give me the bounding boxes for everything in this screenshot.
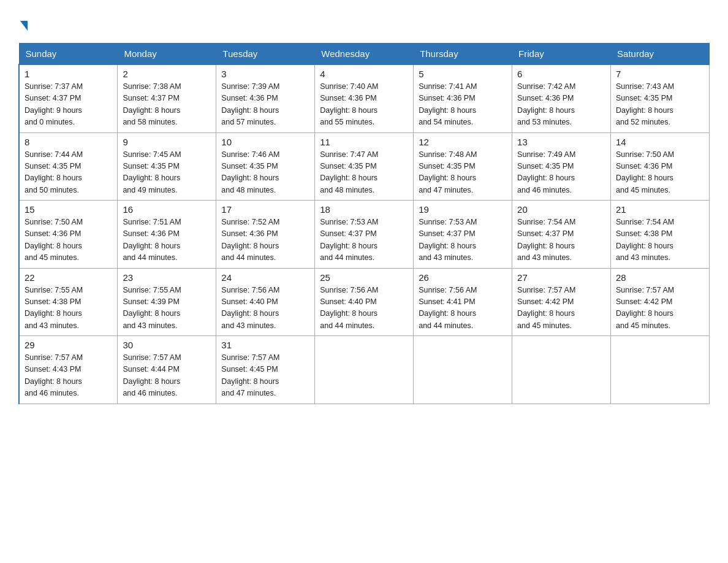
day-info-text: Sunrise: 7:40 AMSunset: 4:36 PMDaylight:… [320, 81, 408, 129]
col-header-wednesday: Wednesday [315, 44, 414, 65]
calendar-cell: 19Sunrise: 7:53 AMSunset: 4:37 PMDayligh… [414, 201, 512, 269]
calendar-cell: 4Sunrise: 7:40 AMSunset: 4:36 PMDaylight… [315, 64, 414, 132]
day-number: 13 [517, 137, 605, 147]
day-info-text: Sunrise: 7:54 AMSunset: 4:38 PMDaylight:… [616, 216, 704, 264]
calendar-cell [414, 336, 512, 404]
calendar-cell: 29Sunrise: 7:57 AMSunset: 4:43 PMDayligh… [19, 336, 118, 404]
day-info-text: Sunrise: 7:56 AMSunset: 4:40 PMDaylight:… [320, 285, 408, 332]
day-info-text: Sunrise: 7:47 AMSunset: 4:35 PMDaylight:… [320, 149, 408, 197]
day-info-text: Sunrise: 7:56 AMSunset: 4:41 PMDaylight:… [419, 285, 507, 332]
calendar-header: SundayMondayTuesdayWednesdayThursdayFrid… [19, 44, 710, 65]
day-number: 15 [25, 204, 112, 215]
calendar-cell: 17Sunrise: 7:52 AMSunset: 4:36 PMDayligh… [216, 201, 315, 269]
calendar-table: SundayMondayTuesdayWednesdayThursdayFrid… [18, 43, 710, 404]
calendar-cell: 20Sunrise: 7:54 AMSunset: 4:37 PMDayligh… [512, 201, 611, 269]
calendar-cell: 13Sunrise: 7:49 AMSunset: 4:35 PMDayligh… [512, 132, 611, 201]
day-info-text: Sunrise: 7:51 AMSunset: 4:36 PMDaylight:… [123, 216, 211, 264]
day-number: 22 [25, 272, 112, 283]
calendar-cell: 2Sunrise: 7:38 AMSunset: 4:37 PMDaylight… [118, 64, 216, 132]
day-number: 8 [25, 137, 112, 147]
day-info-text: Sunrise: 7:55 AMSunset: 4:39 PMDaylight:… [123, 285, 211, 332]
day-number: 27 [517, 272, 605, 283]
calendar-cell: 14Sunrise: 7:50 AMSunset: 4:36 PMDayligh… [611, 132, 710, 201]
day-info-text: Sunrise: 7:42 AMSunset: 4:36 PMDaylight:… [517, 81, 605, 129]
day-number: 24 [221, 272, 309, 283]
day-info-text: Sunrise: 7:52 AMSunset: 4:36 PMDaylight:… [221, 216, 309, 264]
day-info-text: Sunrise: 7:49 AMSunset: 4:35 PMDaylight:… [517, 149, 605, 197]
day-info-text: Sunrise: 7:37 AMSunset: 4:37 PMDaylight:… [25, 81, 112, 129]
calendar-cell: 16Sunrise: 7:51 AMSunset: 4:36 PMDayligh… [118, 201, 216, 269]
col-header-sunday: Sunday [19, 44, 118, 65]
day-number: 16 [123, 204, 211, 215]
calendar-week-row: 22Sunrise: 7:55 AMSunset: 4:38 PMDayligh… [19, 268, 710, 336]
day-number: 5 [419, 69, 507, 79]
day-info-text: Sunrise: 7:55 AMSunset: 4:38 PMDaylight:… [25, 285, 112, 332]
calendar-cell: 26Sunrise: 7:56 AMSunset: 4:41 PMDayligh… [414, 268, 512, 336]
calendar-cell: 30Sunrise: 7:57 AMSunset: 4:44 PMDayligh… [118, 336, 216, 404]
day-number: 18 [320, 204, 408, 215]
day-info-text: Sunrise: 7:57 AMSunset: 4:44 PMDaylight:… [123, 352, 211, 400]
day-info-text: Sunrise: 7:48 AMSunset: 4:35 PMDaylight:… [419, 149, 507, 197]
day-number: 1 [25, 69, 112, 79]
day-info-text: Sunrise: 7:56 AMSunset: 4:40 PMDaylight:… [221, 285, 309, 332]
day-number: 29 [25, 340, 112, 350]
day-number: 17 [221, 204, 309, 215]
day-number: 12 [419, 137, 507, 147]
day-info-text: Sunrise: 7:53 AMSunset: 4:37 PMDaylight:… [419, 216, 507, 264]
calendar-cell: 24Sunrise: 7:56 AMSunset: 4:40 PMDayligh… [216, 268, 315, 336]
calendar-week-row: 15Sunrise: 7:50 AMSunset: 4:36 PMDayligh… [19, 201, 710, 269]
col-header-tuesday: Tuesday [216, 44, 315, 65]
calendar-week-row: 8Sunrise: 7:44 AMSunset: 4:35 PMDaylight… [19, 132, 710, 201]
calendar-cell: 25Sunrise: 7:56 AMSunset: 4:40 PMDayligh… [315, 268, 414, 336]
day-number: 10 [221, 137, 309, 147]
day-number: 14 [616, 137, 704, 147]
day-info-text: Sunrise: 7:50 AMSunset: 4:36 PMDaylight:… [25, 216, 112, 264]
day-number: 19 [419, 204, 507, 215]
calendar-cell: 12Sunrise: 7:48 AMSunset: 4:35 PMDayligh… [414, 132, 512, 201]
day-info-text: Sunrise: 7:57 AMSunset: 4:42 PMDaylight:… [616, 285, 704, 332]
day-number: 9 [123, 137, 211, 147]
day-info-text: Sunrise: 7:57 AMSunset: 4:42 PMDaylight:… [517, 285, 605, 332]
col-header-friday: Friday [512, 44, 611, 65]
day-number: 25 [320, 272, 408, 283]
day-number: 11 [320, 137, 408, 147]
calendar-cell [315, 336, 414, 404]
calendar-cell: 15Sunrise: 7:50 AMSunset: 4:36 PMDayligh… [19, 201, 118, 269]
calendar-cell: 3Sunrise: 7:39 AMSunset: 4:36 PMDaylight… [216, 64, 315, 132]
calendar-cell: 5Sunrise: 7:41 AMSunset: 4:36 PMDaylight… [414, 64, 512, 132]
day-number: 30 [123, 340, 211, 350]
calendar-cell: 27Sunrise: 7:57 AMSunset: 4:42 PMDayligh… [512, 268, 611, 336]
calendar-cell: 7Sunrise: 7:43 AMSunset: 4:35 PMDaylight… [611, 64, 710, 132]
calendar-cell: 28Sunrise: 7:57 AMSunset: 4:42 PMDayligh… [611, 268, 710, 336]
day-number: 7 [616, 69, 704, 79]
day-info-text: Sunrise: 7:38 AMSunset: 4:37 PMDaylight:… [123, 81, 211, 129]
day-info-text: Sunrise: 7:46 AMSunset: 4:35 PMDaylight:… [221, 149, 309, 197]
day-info-text: Sunrise: 7:43 AMSunset: 4:35 PMDaylight:… [616, 81, 704, 129]
logo [18, 18, 28, 31]
day-info-text: Sunrise: 7:57 AMSunset: 4:45 PMDaylight:… [221, 352, 309, 400]
col-header-saturday: Saturday [611, 44, 710, 65]
day-info-text: Sunrise: 7:53 AMSunset: 4:37 PMDaylight:… [320, 216, 408, 264]
logo-arrow-icon [20, 21, 28, 31]
day-number: 2 [123, 69, 211, 79]
page-header [18, 12, 710, 31]
calendar-cell: 6Sunrise: 7:42 AMSunset: 4:36 PMDaylight… [512, 64, 611, 132]
calendar-cell: 31Sunrise: 7:57 AMSunset: 4:45 PMDayligh… [216, 336, 315, 404]
calendar-cell: 23Sunrise: 7:55 AMSunset: 4:39 PMDayligh… [118, 268, 216, 336]
day-info-text: Sunrise: 7:41 AMSunset: 4:36 PMDaylight:… [419, 81, 507, 129]
col-header-monday: Monday [118, 44, 216, 65]
day-info-text: Sunrise: 7:44 AMSunset: 4:35 PMDaylight:… [25, 149, 112, 197]
calendar-cell: 22Sunrise: 7:55 AMSunset: 4:38 PMDayligh… [19, 268, 118, 336]
day-info-text: Sunrise: 7:50 AMSunset: 4:36 PMDaylight:… [616, 149, 704, 197]
day-number: 23 [123, 272, 211, 283]
day-number: 4 [320, 69, 408, 79]
day-info-text: Sunrise: 7:39 AMSunset: 4:36 PMDaylight:… [221, 81, 309, 129]
calendar-cell: 21Sunrise: 7:54 AMSunset: 4:38 PMDayligh… [611, 201, 710, 269]
day-info-text: Sunrise: 7:45 AMSunset: 4:35 PMDaylight:… [123, 149, 211, 197]
day-info-text: Sunrise: 7:54 AMSunset: 4:37 PMDaylight:… [517, 216, 605, 264]
day-number: 3 [221, 69, 309, 79]
calendar-cell: 18Sunrise: 7:53 AMSunset: 4:37 PMDayligh… [315, 201, 414, 269]
day-number: 21 [616, 204, 704, 215]
day-number: 28 [616, 272, 704, 283]
calendar-week-row: 1Sunrise: 7:37 AMSunset: 4:37 PMDaylight… [19, 64, 710, 132]
